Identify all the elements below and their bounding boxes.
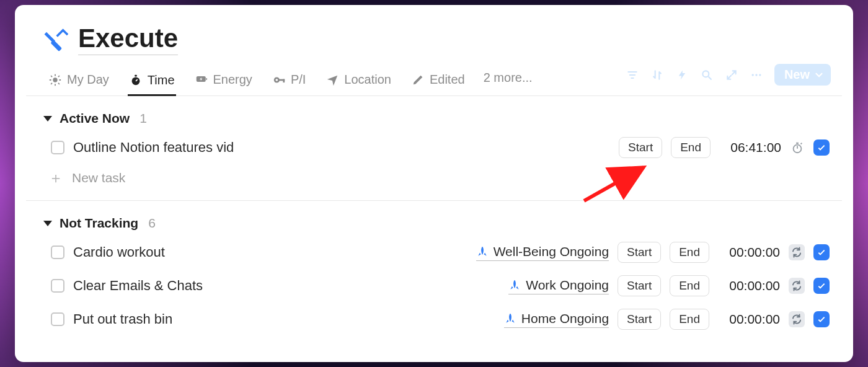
tab-label: My Day	[67, 73, 109, 87]
project-link[interactable]: Home Ongoing	[504, 311, 609, 328]
task-checkbox[interactable]	[51, 312, 64, 326]
start-button[interactable]: Start	[618, 242, 661, 263]
task-title[interactable]: Put out trash bin	[73, 311, 172, 327]
task-checkbox[interactable]	[51, 279, 64, 293]
page-title[interactable]: Execute	[78, 24, 178, 55]
tab-label: Energy	[213, 73, 252, 87]
tab-label: Location	[344, 73, 391, 87]
svg-line-8	[51, 82, 52, 84]
views-tab-bar: My Day Time Energy P/I Location	[26, 55, 842, 96]
execute-hammer-icon	[41, 25, 69, 54]
elapsed-time: 00:00:00	[718, 245, 780, 260]
done-toggle[interactable]	[813, 139, 830, 156]
elapsed-time: 00:00:00	[718, 278, 780, 293]
task-row[interactable]: Cardio workout Well-Being Ongoing Start …	[26, 236, 842, 269]
title-row: Execute	[26, 24, 842, 55]
end-button[interactable]: End	[670, 242, 709, 263]
done-toggle[interactable]	[813, 311, 830, 327]
group-header-active-now[interactable]: Active Now 1	[26, 96, 842, 131]
svg-line-27	[801, 143, 802, 144]
rocket-icon	[476, 245, 489, 258]
battery-bolt-icon	[195, 73, 208, 87]
svg-line-9	[58, 76, 60, 77]
filter-icon[interactable]	[626, 68, 639, 82]
svg-point-19	[702, 71, 709, 77]
elapsed-time: 06:41:00	[719, 140, 781, 155]
end-button[interactable]: End	[670, 275, 709, 296]
task-title[interactable]: Clear Emails & Chats	[73, 278, 203, 294]
bolt-icon[interactable]	[675, 68, 689, 82]
group-header-not-tracking[interactable]: Not Tracking 6	[26, 201, 842, 236]
collapse-triangle-icon	[43, 221, 52, 226]
project-link[interactable]: Well-Being Ongoing	[476, 244, 609, 261]
task-row[interactable]: Clear Emails & Chats Work Ongoing Start …	[26, 269, 842, 303]
tab-edited[interactable]: Edited	[410, 69, 466, 95]
stopwatch-icon	[129, 73, 143, 87]
end-button[interactable]: End	[670, 309, 709, 330]
svg-point-22	[755, 74, 757, 76]
svg-line-20	[708, 76, 711, 79]
repeat-icon	[789, 311, 805, 327]
tab-time[interactable]: Time	[128, 69, 176, 96]
tab-location[interactable]: Location	[324, 69, 392, 95]
new-button[interactable]: New	[774, 64, 831, 86]
start-button[interactable]: Start	[618, 309, 661, 330]
more-icon[interactable]	[750, 68, 763, 82]
elapsed-time: 00:00:00	[718, 312, 780, 327]
svg-rect-14	[206, 78, 207, 80]
task-title[interactable]: Outline Notion features vid	[73, 139, 234, 156]
group-count: 6	[148, 216, 156, 231]
rocket-icon	[504, 312, 516, 325]
svg-point-1	[53, 77, 57, 82]
svg-rect-11	[135, 75, 137, 77]
svg-line-7	[58, 82, 60, 84]
repeat-icon	[789, 244, 805, 260]
more-views-button[interactable]: 2 more...	[484, 71, 533, 94]
task-row[interactable]: Put out trash bin Home Ongoing Start End…	[26, 303, 842, 336]
group-title: Active Now	[60, 111, 130, 126]
svg-line-6	[51, 76, 52, 77]
sun-icon	[48, 73, 62, 87]
pencil-icon	[411, 73, 425, 87]
collapse-triangle-icon	[43, 116, 52, 122]
done-toggle[interactable]	[813, 244, 830, 260]
project-label: Well-Being Ongoing	[494, 244, 609, 259]
tab-label: Edited	[430, 73, 465, 87]
tab-energy[interactable]: Energy	[193, 69, 254, 95]
svg-rect-18	[283, 79, 285, 82]
group-count: 1	[140, 111, 147, 126]
svg-rect-25	[796, 143, 799, 144]
expand-icon[interactable]	[725, 68, 738, 82]
svg-rect-0	[50, 40, 62, 51]
repeat-icon	[789, 278, 805, 294]
tab-my-day[interactable]: My Day	[47, 69, 110, 95]
start-button[interactable]: Start	[619, 137, 662, 158]
project-label: Work Ongoing	[526, 278, 609, 293]
end-button[interactable]: End	[671, 137, 711, 158]
chevron-down-icon	[813, 69, 825, 81]
done-toggle[interactable]	[813, 278, 830, 294]
new-task-button[interactable]: ＋ New task	[26, 164, 842, 201]
start-button[interactable]: Start	[618, 275, 661, 296]
view-toolbar: New	[626, 64, 831, 86]
tab-pi[interactable]: P/I	[271, 69, 307, 95]
tab-label: P/I	[291, 73, 306, 87]
svg-point-16	[275, 79, 278, 81]
task-checkbox[interactable]	[51, 245, 64, 259]
search-icon[interactable]	[700, 68, 714, 82]
location-arrow-icon	[326, 73, 339, 87]
project-label: Home Ongoing	[521, 311, 609, 326]
task-checkbox[interactable]	[51, 141, 64, 154]
svg-point-21	[751, 74, 753, 76]
svg-point-23	[759, 74, 761, 76]
app-card: Execute My Day Time Energy P/I	[15, 5, 853, 362]
plus-icon: ＋	[48, 170, 63, 185]
new-button-label: New	[784, 68, 810, 82]
rocket-icon	[508, 279, 521, 291]
task-title[interactable]: Cardio workout	[73, 244, 165, 260]
task-row[interactable]: Outline Notion features vid Start End 06…	[26, 131, 842, 164]
new-task-label: New task	[72, 170, 125, 185]
project-link[interactable]: Work Ongoing	[508, 278, 609, 294]
sort-icon[interactable]	[650, 68, 664, 82]
tab-label: Time	[148, 73, 175, 87]
